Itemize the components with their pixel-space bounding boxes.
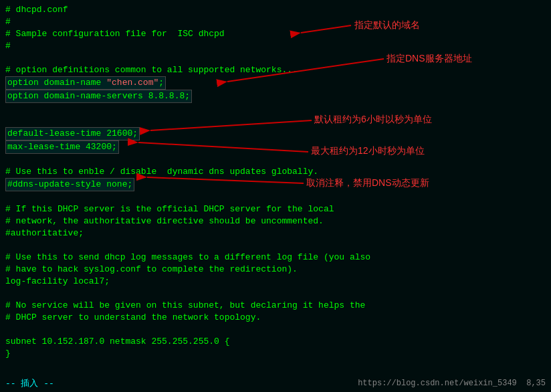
code-line-8: option domain-name-servers 8.8.8.8; <box>5 90 546 103</box>
code-line-20 <box>5 239 546 252</box>
code-line-19: #authoritative; <box>5 227 546 239</box>
code-editor: # dhcpd.conf # # Sample configuration fi… <box>0 0 551 392</box>
url-and-position: https://blog.csdn.net/weixin_5349 8,35 <box>358 379 546 388</box>
code-line-28: subnet 10.152.187.0 netmask 255.255.255.… <box>5 336 546 348</box>
code-line-17: # If this DHCP server is the official DH… <box>5 203 546 215</box>
code-line-18: # network, the authoritative directive s… <box>5 215 546 227</box>
code-line-14: # Use this to enble / disable dynamic dn… <box>5 166 546 178</box>
code-line-6: # option definitions common to all suppo… <box>5 64 546 76</box>
code-line-10 <box>5 115 546 127</box>
code-line-24 <box>5 288 546 300</box>
code-line-1: # dhcpd.conf <box>5 4 546 16</box>
status-bar: -- 插入 -- https://blog.csdn.net/weixin_53… <box>0 375 551 392</box>
code-line-5 <box>5 52 546 64</box>
code-line-29: } <box>5 348 546 360</box>
code-line-21: # Use this to send dhcp log messages to … <box>5 252 546 264</box>
code-line-4: # <box>5 40 546 52</box>
code-line-27 <box>5 324 546 336</box>
code-line-2: # <box>5 16 546 28</box>
code-line-23: log-facility local7; <box>5 276 546 288</box>
code-line-22: # have to hack syslog.conf to complete t… <box>5 264 546 276</box>
code-line-16 <box>5 191 546 203</box>
code-line-26: # DHCP server to understand the network … <box>5 312 546 324</box>
code-line-13 <box>5 154 546 166</box>
code-line-12: max-lease-time 43200; <box>5 140 546 154</box>
code-line-15: #ddns-update-style none; <box>5 178 546 191</box>
code-line-7: option domain-name "chen.com"; <box>5 76 546 90</box>
code-line-9 <box>5 103 546 115</box>
code-line-11: default-lease-time 21600; <box>5 127 546 140</box>
code-line-25: # No service will be given on this subne… <box>5 300 546 312</box>
editor-mode: -- 插入 -- <box>5 377 54 389</box>
code-line-3: # Sample configuration file for ISC dhcp… <box>5 28 546 40</box>
